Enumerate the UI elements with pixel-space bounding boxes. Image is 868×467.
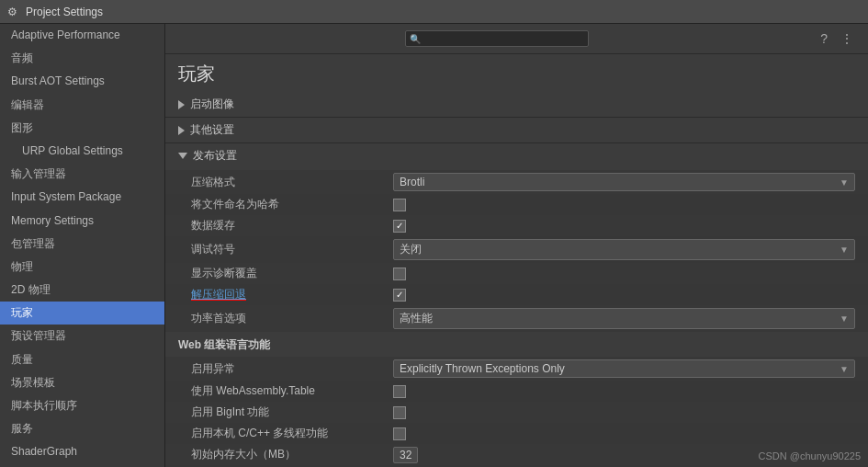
setting-label[interactable]: 解压缩回退	[191, 287, 393, 302]
setting-label: 数据缓存	[191, 218, 393, 234]
setting-value	[393, 268, 855, 280]
sidebar-item-graphics[interactable]: 图形	[0, 117, 164, 140]
setting-value: 高性能▼	[393, 308, 855, 329]
triangle-other-settings	[178, 126, 185, 135]
setting-label: 显示诊断覆盖	[191, 266, 393, 281]
section-header-other-settings[interactable]: 其他设置	[165, 118, 868, 142]
checkbox[interactable]	[393, 289, 406, 302]
sidebar-item-physics2d[interactable]: 2D 物理	[0, 279, 164, 302]
search-container: 🔍	[176, 30, 817, 47]
dropdown-调试符号[interactable]: 关闭▼	[393, 239, 855, 260]
section-title-publish-settings: 发布设置	[193, 148, 237, 164]
sections-container: 启动图像其他设置发布设置压缩格式Brotli▼将文件命名为哈希数据缓存调试符号关…	[165, 92, 868, 467]
watermark: CSDN @chunyu90225	[759, 450, 861, 461]
settings-row: 解压缩回退	[165, 284, 868, 305]
sidebar-item-scene-template[interactable]: 场景模板	[0, 371, 164, 394]
sidebar-item-audio[interactable]: 音频	[0, 47, 164, 70]
setting-value: Brotli▼	[393, 173, 855, 191]
search-icon: 🔍	[410, 34, 421, 44]
section-title-startup-image: 启动图像	[190, 97, 234, 112]
sidebar-item-player[interactable]: 玩家	[0, 302, 164, 325]
settings-row: 功率首选项高性能▼	[165, 305, 868, 332]
section-header-publish-settings[interactable]: 发布设置	[165, 143, 868, 168]
setting-value: 关闭▼	[393, 239, 855, 260]
section-header-startup-image[interactable]: 启动图像	[165, 92, 868, 117]
dropdown-压缩格式[interactable]: Brotli▼	[393, 173, 855, 191]
sidebar: Adaptive Performance音频Burst AOT Settings…	[0, 24, 165, 467]
settings-row: 启用 BigInt 功能	[165, 402, 868, 423]
settings-row: 启用本机 C/C++ 多线程功能	[165, 423, 868, 444]
help-button[interactable]: ?	[817, 29, 831, 48]
page-title: 玩家	[165, 54, 868, 92]
setting-value	[393, 385, 855, 398]
section-other-settings: 其他设置	[165, 118, 868, 143]
more-button[interactable]: ⋮	[837, 29, 857, 48]
settings-icon: ⚙	[7, 6, 20, 18]
setting-label: 使用 WebAssembly.Table	[191, 383, 393, 399]
search-wrapper: 🔍	[405, 30, 589, 47]
search-input[interactable]	[405, 30, 589, 47]
titlebar-title: Project Settings	[26, 6, 103, 18]
setting-value	[393, 289, 855, 302]
settings-row: 显示诊断覆盖	[165, 263, 868, 284]
section-title-other-settings: 其他设置	[190, 122, 234, 138]
sidebar-item-burst-aot[interactable]: Burst AOT Settings	[0, 70, 164, 93]
sidebar-item-pkg-manager[interactable]: 包管理器	[0, 233, 164, 256]
settings-row: 调试符号关闭▼	[165, 236, 868, 263]
settings-row: 使用 WebAssembly.Table	[165, 381, 868, 402]
settings-row: 启用异常Explicitly Thrown Exceptions Only▼	[165, 357, 868, 381]
checkbox[interactable]	[393, 268, 406, 280]
sidebar-item-urp-global[interactable]: URP Global Settings	[0, 140, 164, 163]
header-actions: ? ⋮	[817, 29, 857, 48]
setting-label: 将文件命名为哈希	[191, 197, 393, 212]
checkbox[interactable]	[393, 385, 406, 398]
sidebar-item-memory-settings[interactable]: Memory Settings	[0, 210, 164, 233]
sidebar-item-script-execution[interactable]: 脚本执行顺序	[0, 394, 164, 417]
text-value: 32	[393, 447, 418, 463]
setting-label: 启用本机 C/C++ 多线程功能	[191, 426, 393, 441]
setting-label: 启用 BigInt 功能	[191, 404, 393, 420]
setting-value	[393, 220, 855, 233]
section-publish-settings: 发布设置压缩格式Brotli▼将文件命名为哈希数据缓存调试符号关闭▼显示诊断覆盖…	[165, 143, 868, 467]
checkbox[interactable]	[393, 199, 406, 211]
sidebar-item-input-system-pkg[interactable]: Input System Package	[0, 186, 164, 209]
setting-label: 初始内存大小（MB）	[191, 447, 393, 462]
content-header: 🔍 ? ⋮	[165, 24, 868, 54]
settings-row: 数据缓存	[165, 215, 868, 236]
sidebar-item-services[interactable]: 服务	[0, 417, 164, 440]
setting-value	[393, 199, 855, 211]
titlebar: ⚙ Project Settings	[0, 0, 868, 24]
setting-value	[393, 427, 855, 440]
setting-label: 功率首选项	[191, 311, 393, 326]
triangle-startup-image	[178, 100, 185, 109]
setting-value: Explicitly Thrown Exceptions Only▼	[393, 359, 855, 378]
checkbox[interactable]	[393, 406, 406, 419]
dropdown-启用异常[interactable]: Explicitly Thrown Exceptions Only▼	[393, 359, 855, 378]
setting-value	[393, 406, 855, 419]
sidebar-item-preset-manager[interactable]: 预设管理器	[0, 325, 164, 347]
section-startup-image: 启动图像	[165, 92, 868, 118]
sidebar-item-quality[interactable]: 质量	[0, 348, 164, 371]
sidebar-item-input-manager[interactable]: 输入管理器	[0, 163, 164, 186]
settings-row: 压缩格式Brotli▼	[165, 170, 868, 194]
main-layout: Adaptive Performance音频Burst AOT Settings…	[0, 24, 868, 467]
sidebar-item-adaptive-performance[interactable]: Adaptive Performance	[0, 24, 164, 47]
dropdown-功率首选项[interactable]: 高性能▼	[393, 308, 855, 329]
sidebar-item-physics[interactable]: 物理	[0, 256, 164, 279]
web-section-title: Web 组装语言功能	[165, 332, 868, 357]
checkbox[interactable]	[393, 427, 406, 440]
checkbox[interactable]	[393, 220, 406, 233]
content-area: 🔍 ? ⋮ 玩家 启动图像其他设置发布设置压缩格式Brotli▼将文件命名为哈希…	[165, 24, 868, 467]
setting-label: 启用异常	[191, 361, 393, 377]
sidebar-item-shader-graph[interactable]: ShaderGraph	[0, 440, 164, 463]
section-body-publish-settings: 压缩格式Brotli▼将文件命名为哈希数据缓存调试符号关闭▼显示诊断覆盖解压缩回…	[165, 168, 868, 467]
setting-label: 调试符号	[191, 242, 393, 257]
sidebar-item-tags-layers[interactable]: 标签和图层	[0, 464, 164, 467]
settings-row: 将文件命名为哈希	[165, 194, 868, 215]
sidebar-item-editor[interactable]: 编辑器	[0, 94, 164, 117]
setting-label: 压缩格式	[191, 175, 393, 190]
triangle-publish-settings	[178, 153, 187, 159]
